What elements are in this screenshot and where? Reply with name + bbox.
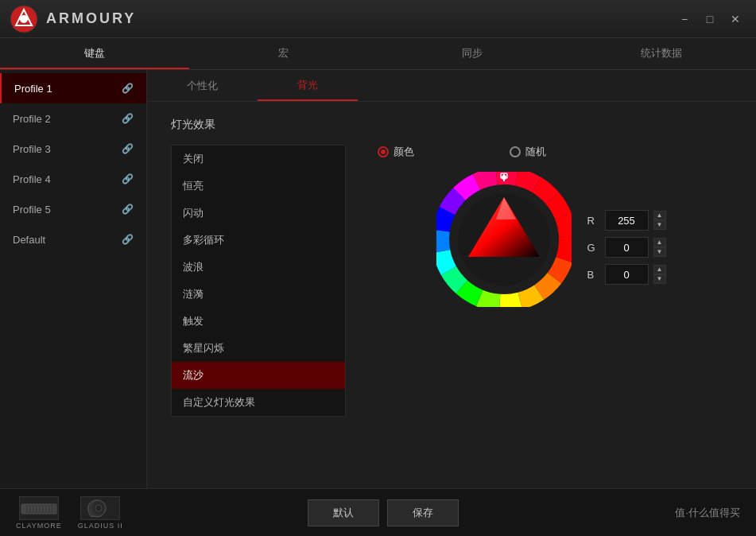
close-button[interactable]: ✕: [724, 11, 746, 27]
svg-rect-33: [30, 505, 33, 513]
b-label: B: [587, 269, 600, 281]
svg-rect-40: [52, 505, 56, 513]
bottom-bar: CLAYMORE GLADIUS II 默认 保存 值·什么值得买: [0, 488, 756, 536]
b-up-button[interactable]: ▲: [653, 265, 666, 274]
rog-logo-icon: [10, 5, 38, 33]
gladius-name: GLADIUS II: [78, 522, 123, 530]
sidebar: Profile 1 🔗 Profile 2 🔗 Profile 3 🔗 Prof…: [0, 70, 147, 488]
link-icon-default: 🔗: [122, 234, 134, 245]
sidebar-item-profile2[interactable]: Profile 2 🔗: [0, 103, 146, 134]
r-spinners: ▲ ▼: [653, 211, 666, 230]
r-input[interactable]: [605, 210, 649, 231]
gladius-icon: [80, 496, 120, 520]
color-wheel-rgb: R ▲ ▼ G ▲: [436, 172, 666, 307]
sidebar-item-profile5[interactable]: Profile 5 🔗: [0, 194, 146, 224]
svg-rect-36: [40, 505, 42, 513]
effect-rainbow[interactable]: 多彩循环: [172, 227, 345, 254]
g-input[interactable]: [605, 237, 649, 258]
section-title: 灯光效果: [171, 118, 732, 132]
svg-rect-32: [27, 505, 29, 513]
effect-list: 关闭 恒亮 闪动 多彩循环 波浪 涟漪 触发 繁星闪烁 流沙 自定义灯光效果: [171, 145, 346, 417]
tab-keyboard[interactable]: 键盘: [0, 38, 189, 69]
svg-point-42: [95, 505, 102, 511]
sub-tabs: 个性化 背光: [147, 70, 756, 102]
g-down-button[interactable]: ▼: [653, 247, 666, 257]
titlebar-controls: − □ ✕: [673, 11, 746, 27]
b-spinners: ▲ ▼: [653, 265, 666, 284]
minimize-button[interactable]: −: [673, 11, 696, 27]
g-label: G: [587, 242, 600, 254]
svg-rect-37: [43, 505, 45, 513]
sidebar-item-profile3[interactable]: Profile 3 🔗: [0, 134, 146, 164]
tab-macro[interactable]: 宏: [189, 38, 378, 69]
g-up-button[interactable]: ▲: [653, 238, 666, 247]
maximize-button[interactable]: □: [699, 11, 721, 27]
titlebar: ARMOURY − □ ✕: [0, 0, 756, 38]
effect-flash[interactable]: 闪动: [172, 200, 345, 227]
b-input[interactable]: [605, 264, 649, 285]
tab-sync[interactable]: 同步: [378, 38, 568, 69]
link-icon-profile4: 🔗: [122, 173, 134, 184]
device-claymore[interactable]: CLAYMORE: [16, 496, 62, 530]
tab-stats[interactable]: 统计数据: [567, 38, 756, 69]
claymore-icon: [19, 496, 59, 520]
sidebar-item-profile1[interactable]: Profile 1 🔗: [0, 73, 146, 103]
sidebar-item-default[interactable]: Default 🔗: [0, 224, 146, 254]
radio-random[interactable]: 随机: [510, 145, 546, 159]
effect-starry[interactable]: 繁星闪烁: [172, 335, 345, 362]
sidebar-item-profile4[interactable]: Profile 4 🔗: [0, 164, 146, 194]
svg-point-29: [502, 175, 506, 180]
r-label: R: [587, 215, 600, 227]
rgb-inputs: R ▲ ▼ G ▲: [587, 210, 666, 285]
effect-trigger[interactable]: 触发: [172, 308, 345, 335]
effect-custom[interactable]: 自定义灯光效果: [172, 389, 345, 416]
link-icon-profile5: 🔗: [122, 204, 134, 215]
color-picker-area: 颜色 随机: [370, 145, 732, 307]
rgb-g-row: G ▲ ▼: [587, 237, 666, 258]
effect-sand[interactable]: 流沙: [172, 362, 345, 389]
device-icons: CLAYMORE GLADIUS II: [16, 496, 123, 530]
sub-tab-personalization[interactable]: 个性化: [147, 70, 258, 101]
svg-rect-31: [22, 505, 26, 513]
g-spinners: ▲ ▼: [653, 238, 666, 257]
save-button[interactable]: 保存: [387, 499, 459, 526]
color-wheel-svg[interactable]: [436, 172, 572, 307]
default-button[interactable]: 默认: [308, 499, 379, 526]
b-down-button[interactable]: ▼: [653, 274, 666, 284]
effect-off[interactable]: 关闭: [172, 146, 345, 173]
color-wheel-container[interactable]: [436, 172, 572, 307]
main-tabs: 键盘 宏 同步 统计数据: [0, 38, 756, 70]
effect-ripple[interactable]: 涟漪: [172, 281, 345, 308]
color-options: 颜色 随机: [370, 145, 732, 159]
sub-tab-backlight[interactable]: 背光: [258, 70, 358, 101]
content-area: Profile 1 🔗 Profile 2 🔗 Profile 3 🔗 Prof…: [0, 70, 756, 488]
svg-rect-38: [46, 505, 48, 513]
svg-rect-39: [49, 505, 52, 513]
main-panel: 个性化 背光 灯光效果 关闭 恒亮 闪动 多彩循环 波浪 涟漪 触发 繁星闪烁: [147, 70, 756, 488]
svg-rect-34: [33, 505, 36, 513]
panel-content: 灯光效果 关闭 恒亮 闪动 多彩循环 波浪 涟漪 触发 繁星闪烁 流沙 自定义灯…: [147, 102, 756, 488]
rgb-r-row: R ▲ ▼: [587, 210, 666, 231]
effect-wave[interactable]: 波浪: [172, 254, 345, 281]
radio-random-circle: [510, 146, 521, 157]
rgb-b-row: B ▲ ▼: [587, 264, 666, 285]
link-icon-profile3: 🔗: [122, 143, 134, 154]
link-icon-profile2: 🔗: [122, 113, 134, 124]
claymore-name: CLAYMORE: [16, 522, 62, 530]
svg-point-2: [20, 15, 28, 23]
radio-color[interactable]: 颜色: [378, 145, 414, 159]
lighting-area: 关闭 恒亮 闪动 多彩循环 波浪 涟漪 触发 繁星闪烁 流沙 自定义灯光效果: [171, 145, 732, 417]
device-gladius[interactable]: GLADIUS II: [78, 496, 123, 530]
effect-constant[interactable]: 恒亮: [172, 173, 345, 200]
app-title: ARMOURY: [46, 10, 136, 27]
watermark: 值·什么值得买: [675, 506, 740, 520]
logo-area: ARMOURY: [10, 5, 136, 33]
r-up-button[interactable]: ▲: [653, 211, 666, 220]
svg-rect-35: [37, 505, 39, 513]
link-icon-profile1: 🔗: [122, 83, 134, 94]
radio-color-circle: [378, 146, 389, 157]
r-down-button[interactable]: ▼: [653, 220, 666, 230]
action-buttons: 默认 保存: [308, 499, 459, 526]
